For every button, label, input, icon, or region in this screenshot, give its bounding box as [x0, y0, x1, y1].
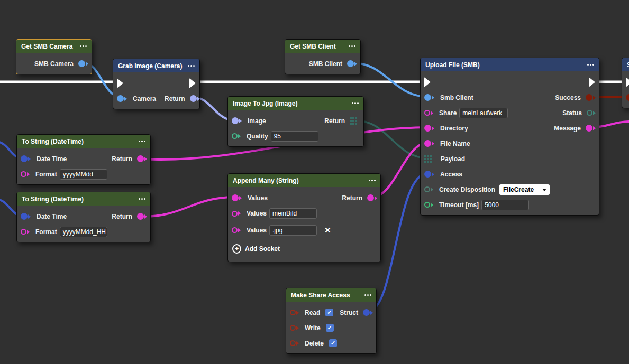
timeout-ms-input[interactable]: 5000 [481, 200, 529, 210]
input-pin-format[interactable] [21, 229, 32, 235]
node-upload-file-row-2: SharemeinLaufwerkStatus [421, 105, 599, 120]
menu-dots-icon[interactable] [188, 65, 195, 67]
input-pin-date-time[interactable] [21, 213, 33, 220]
wire-jpg-return-to-payload[interactable] [355, 120, 427, 158]
input-pin-file-name[interactable] [424, 140, 436, 147]
node-get-smb-camera-header[interactable]: Get SMB Camera [16, 40, 92, 53]
pin-nub [86, 62, 90, 66]
node-to-string-datetime-1-header[interactable]: To String (DateTime) [17, 135, 150, 148]
menu-dot [190, 65, 192, 67]
input-pin-format[interactable] [21, 171, 32, 177]
menu-dots-icon[interactable] [349, 45, 355, 47]
add-socket-button[interactable]: +Add Socket [232, 244, 284, 254]
input-pin-quality[interactable] [232, 133, 243, 139]
values-label: Values [247, 227, 267, 234]
menu-dots-icon[interactable] [352, 102, 359, 104]
exec-in-pin[interactable] [117, 78, 123, 88]
smb-client-label: Smb Client [440, 94, 473, 101]
camera-label: Camera [133, 95, 156, 102]
input-pin-create-disposition[interactable] [424, 186, 435, 192]
return-label: Return [112, 155, 132, 163]
node-upload-file-title: Upload File (SMB) [425, 61, 480, 69]
node-make-share-access-header[interactable]: Make Share Access [286, 288, 376, 302]
menu-dot [139, 198, 140, 200]
input-pin-in[interactable] [626, 94, 629, 101]
output-pin-success[interactable] [586, 94, 598, 101]
input-pin-values[interactable] [232, 227, 243, 233]
menu-dots-icon[interactable] [139, 141, 145, 142]
output-pin-status[interactable] [587, 110, 598, 116]
pin-nub [238, 211, 243, 216]
exec-out-pin[interactable] [589, 77, 595, 87]
input-pin-payload[interactable] [424, 155, 437, 163]
menu-dots-icon[interactable] [587, 64, 594, 66]
share-label: Share [439, 109, 457, 117]
output-pin-return[interactable] [137, 155, 149, 162]
create-disposition-label: Create Disposition [439, 186, 495, 193]
values-input[interactable]: .jpg [269, 225, 317, 236]
output-pin-return[interactable] [367, 194, 379, 201]
add-socket-label: Add Socket [245, 245, 280, 253]
menu-dot [367, 294, 369, 296]
pin-nub [432, 96, 436, 100]
output-pin-smb-client[interactable] [347, 60, 359, 67]
node-append-many-row-3: +Add Socket [228, 239, 380, 259]
input-pin-read[interactable] [290, 310, 301, 315]
output-pin-return[interactable] [137, 213, 149, 220]
input-pin-access[interactable] [424, 171, 436, 178]
input-pin-camera[interactable] [117, 95, 129, 102]
input-pin-timeout-ms[interactable] [424, 202, 435, 208]
wire-tostring2-return-to-values[interactable] [142, 197, 235, 217]
node-upload-file-row-4: File Name [421, 136, 599, 151]
input-pin-values[interactable] [232, 194, 244, 201]
input-pin-values[interactable] [232, 211, 243, 217]
input-pin-write[interactable] [290, 325, 301, 331]
output-pin-struct[interactable] [363, 309, 375, 316]
wire-smb-client-to-upload[interactable] [352, 63, 427, 97]
pin-dot [190, 95, 197, 102]
menu-dots-icon[interactable] [369, 180, 376, 181]
delete-checkbox[interactable]: ✓ [329, 339, 337, 347]
node-image-to-jpg-header[interactable]: Image To Jpg (Image) [228, 97, 363, 110]
exec-in-pin[interactable] [626, 77, 629, 87]
pin-dot [290, 310, 296, 315]
remove-socket-icon[interactable]: ✕ [324, 226, 331, 235]
grid-cell [355, 117, 357, 119]
format-input[interactable]: yyyyMMdd [60, 169, 107, 180]
input-pin-smb-client[interactable] [424, 94, 436, 101]
node-editor-canvas[interactable]: Get SMB CameraSMB CameraGrab Image (Came… [0, 0, 629, 364]
menu-dot [364, 294, 366, 296]
node-append-many-title: Append Many (String) [233, 177, 299, 184]
output-pin-message[interactable] [586, 125, 598, 132]
output-pin-smb-camera[interactable] [78, 60, 90, 67]
read-checkbox[interactable]: ✓ [325, 309, 333, 316]
grid-cell [350, 117, 352, 119]
share-input[interactable]: meinLaufwerk [459, 108, 508, 118]
node-next-node-header[interactable]: S [622, 58, 629, 71]
pin-nub [144, 214, 149, 219]
create-disposition-select[interactable]: FileCreate [499, 184, 550, 195]
input-pin-image[interactable] [232, 117, 244, 124]
output-pin-return[interactable] [350, 117, 362, 125]
menu-dots-icon[interactable] [139, 198, 145, 200]
quality-input[interactable]: 95 [271, 131, 318, 142]
pin-dot [137, 155, 144, 162]
pin-nub [27, 172, 32, 176]
output-pin-return[interactable] [190, 95, 202, 102]
exec-in-pin[interactable] [424, 77, 431, 87]
input-pin-date-time[interactable] [21, 155, 33, 162]
node-append-many-header[interactable]: Append Many (String) [228, 174, 380, 187]
values-input[interactable]: meinBild [269, 208, 317, 219]
node-get-smb-client-header[interactable]: Get SMB Client [285, 40, 360, 53]
exec-out-pin[interactable] [189, 78, 196, 88]
menu-dots-icon[interactable] [364, 294, 371, 296]
node-to-string-datetime-2-header[interactable]: To String (DateTime) [17, 192, 150, 206]
input-pin-directory[interactable] [424, 125, 436, 132]
write-checkbox[interactable]: ✓ [326, 324, 334, 332]
input-pin-delete[interactable] [290, 340, 301, 346]
node-upload-file-header[interactable]: Upload File (SMB) [421, 58, 599, 71]
node-grab-image-header[interactable]: Grab Image (Camera) [113, 59, 199, 72]
menu-dots-icon[interactable] [80, 45, 87, 47]
input-pin-share[interactable] [424, 110, 435, 116]
format-input[interactable]: yyyyMMdd_HH [60, 227, 107, 237]
